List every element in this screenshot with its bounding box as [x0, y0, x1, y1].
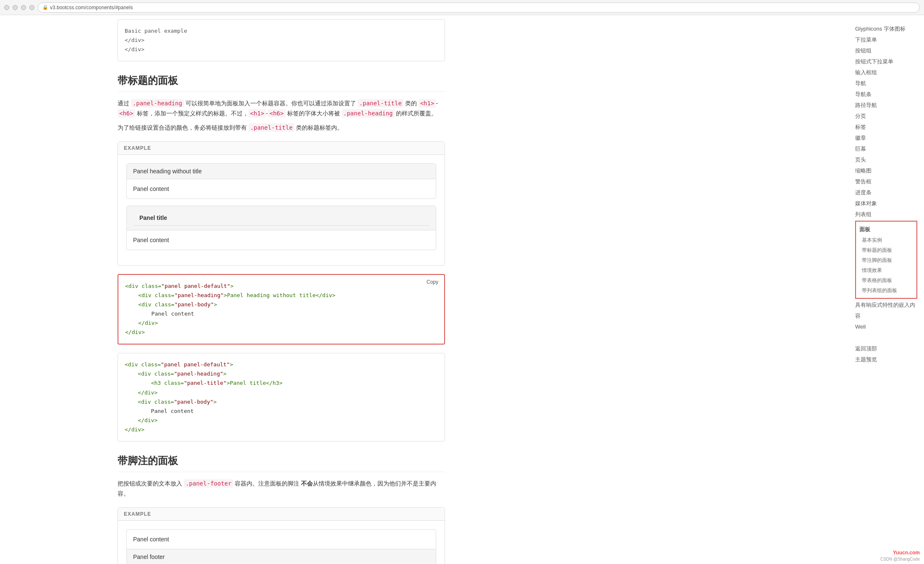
sidebar-item-panels-alternatives[interactable]: 情境效果	[862, 265, 916, 275]
sidebar-item-responsive-embed[interactable]: 具有响应式特性的嵌入内容	[855, 300, 917, 321]
sidebar-item-list-group[interactable]: 列表组	[855, 209, 917, 220]
sidebar-panel-subitems: 基本实例 带标题的面板 带注脚的面板 情境效果 带表格的面板 带列表组的面板	[856, 235, 916, 295]
sidebar-panel-section: 面板 基本实例 带标题的面板 带注脚的面板 情境效果 带表格的面板 带列表组的面…	[855, 221, 917, 299]
sidebar-item-labels[interactable]: 标签	[855, 122, 917, 133]
code-line-1: <div class="panel panel-default">	[125, 282, 437, 291]
sidebar-item-btn-dropdowns[interactable]: 按钮式下拉菜单	[855, 56, 917, 67]
code2-line-3: <h3 class="panel-title">Panel title</h3>	[125, 379, 438, 388]
desc-paragraph-1: 通过 .panel-heading 可以很简单地为面板加入一个标题容器。你也可以…	[118, 99, 445, 119]
browser-refresh-btn[interactable]	[21, 5, 26, 10]
lock-icon: 🔒	[42, 5, 48, 10]
code-panel-footer: .panel-footer	[184, 479, 233, 488]
panel-1-heading: Panel heading without title	[127, 164, 436, 179]
sidebar-item-input-groups[interactable]: 输入框组	[855, 67, 917, 78]
example-label-1: EXAMPLE	[118, 142, 445, 155]
section-title-heading: 带标题的面板	[118, 74, 445, 92]
code2-line-1: <div class="panel panel-default">	[125, 360, 438, 369]
sidebar-item-pagination[interactable]: 分页	[855, 111, 917, 122]
sidebar-item-alerts[interactable]: 警告框	[855, 176, 917, 187]
sidebar-item-jumbotron[interactable]: 巨幕	[855, 144, 917, 154]
code-panel-heading-2: .panel-heading	[342, 109, 395, 118]
yuucn-badge: Yuucn.com	[893, 550, 920, 556]
sidebar-item-progress[interactable]: 进度条	[855, 187, 917, 198]
main-content: Basic panel example</div></div> 带标题的面板 通…	[0, 15, 462, 564]
example-box-1: EXAMPLE Panel heading without title Pane…	[118, 141, 445, 266]
pre-code-box: Basic panel example</div></div>	[118, 19, 445, 61]
code-panel-title-2: .panel-title	[249, 123, 294, 132]
sidebar-item-wells[interactable]: Well	[855, 321, 917, 332]
code2-line-7: </div>	[125, 416, 438, 425]
code-panel-title: .panel-title	[358, 99, 403, 107]
sidebar-item-back-top[interactable]: 返回顶部	[855, 343, 917, 354]
code-line-3: <div class="panel-body">	[125, 300, 437, 309]
code2-line-6: Panel content	[125, 407, 438, 416]
code2-line-8: </div>	[125, 425, 438, 434]
code2-line-5: <div class="panel-body">	[125, 397, 438, 407]
browser-home-btn[interactable]	[29, 5, 34, 10]
sidebar-item-navbar[interactable]: 导航条	[855, 89, 917, 100]
sidebar-item-breadcrumbs[interactable]: 路径导航	[855, 100, 917, 111]
sidebar-item-media[interactable]: 媒体对象	[855, 198, 917, 209]
code-box-2: <div class="panel panel-default"> <div c…	[118, 353, 445, 441]
code-panel-heading: .panel-heading	[131, 99, 184, 107]
example-content-2: Panel content Panel footer	[118, 521, 445, 564]
example-content-1: Panel heading without title Panel conten…	[118, 155, 445, 265]
example-box-2: EXAMPLE Panel content Panel footer	[118, 507, 445, 564]
sidebar-item-panels-tables[interactable]: 带表格的面板	[862, 275, 916, 285]
copy-btn-1[interactable]: Copy	[424, 278, 441, 286]
code-h1-2: <h1>	[249, 109, 266, 118]
panel-3: Panel content Panel footer	[126, 529, 436, 564]
browser-bar: 🔒 v3.bootcss.com/components/#panels	[0, 0, 924, 15]
desc-footer-paragraph: 把按钮或次要的文本放入 .panel-footer 容器内。注意面板的脚注 不会…	[118, 479, 445, 499]
sidebar-item-btn-group[interactable]: 按钮组	[855, 45, 917, 56]
browser-url-bar[interactable]: 🔒 v3.bootcss.com/components/#panels	[38, 3, 920, 13]
panel-2-heading: Panel title	[127, 206, 436, 230]
panel-1: Panel heading without title Panel conten…	[126, 163, 436, 199]
sidebar-item-navs[interactable]: 导航	[855, 78, 917, 89]
code-line-5: </div>	[125, 319, 437, 328]
sidebar-item-panels-basic[interactable]: 基本实例	[862, 235, 916, 245]
code-line-2: <div class="panel-heading">Panel heading…	[125, 291, 437, 300]
csdn-badge: CSDN @ShangCode	[880, 557, 920, 561]
section-title-footer: 带脚注的面板	[118, 454, 445, 472]
browser-forward-btn[interactable]	[13, 5, 18, 10]
code-h1: <h1>	[419, 99, 436, 107]
code2-line-4: </div>	[125, 388, 438, 397]
code-line-4: Panel content	[125, 309, 437, 319]
sidebar-item-panels-heading[interactable]: 带标题的面板	[862, 245, 916, 255]
sidebar-item-dropdowns[interactable]: 下拉菜单	[855, 34, 917, 45]
code-box-1: Copy <div class="panel panel-default"> <…	[118, 274, 445, 345]
panel-2-body: Panel content	[127, 230, 436, 250]
sidebar-item-panels-footer[interactable]: 带注脚的面板	[862, 255, 916, 265]
panel-2-title: Panel title	[133, 210, 429, 226]
strong-not: 不会	[301, 480, 313, 487]
code-h6: <h6>	[118, 109, 135, 118]
example-label-2: EXAMPLE	[118, 508, 445, 521]
sidebar: Glyphicons 字体图标 下拉菜单 按钮组 按钮式下拉菜单 输入框组 导航…	[848, 15, 924, 373]
code2-line-2: <div class="panel-heading">	[125, 369, 438, 379]
sidebar-item-theme[interactable]: 主题预览	[855, 354, 917, 365]
browser-back-btn[interactable]	[4, 5, 9, 10]
page-layout: Basic panel example</div></div> 带标题的面板 通…	[0, 15, 924, 564]
sidebar-item-badges[interactable]: 徽章	[855, 133, 917, 144]
sidebar-item-thumbnails[interactable]: 缩略图	[855, 165, 917, 176]
panel-3-body: Panel content	[127, 530, 436, 549]
panel-1-body: Panel content	[127, 179, 436, 198]
code-h6-2: <h6>	[268, 109, 285, 118]
sidebar-item-panels-list[interactable]: 带列表组的面板	[862, 285, 916, 295]
pre-code-text: Basic panel example</div></div>	[125, 28, 187, 52]
code-line-6: </div>	[125, 328, 437, 337]
sidebar-item-glyphicons[interactable]: Glyphicons 字体图标	[855, 24, 917, 34]
url-text: v3.bootcss.com/components/#panels	[50, 5, 133, 10]
sidebar-item-panels[interactable]: 面板	[856, 224, 916, 235]
panel-2: Panel title Panel content	[126, 206, 436, 250]
sidebar-item-page-header[interactable]: 页头	[855, 154, 917, 165]
desc-paragraph-2: 为了给链接设置合适的颜色，务必将链接放到带有 .panel-title 类的标题…	[118, 123, 445, 133]
panel-3-footer: Panel footer	[127, 549, 436, 564]
